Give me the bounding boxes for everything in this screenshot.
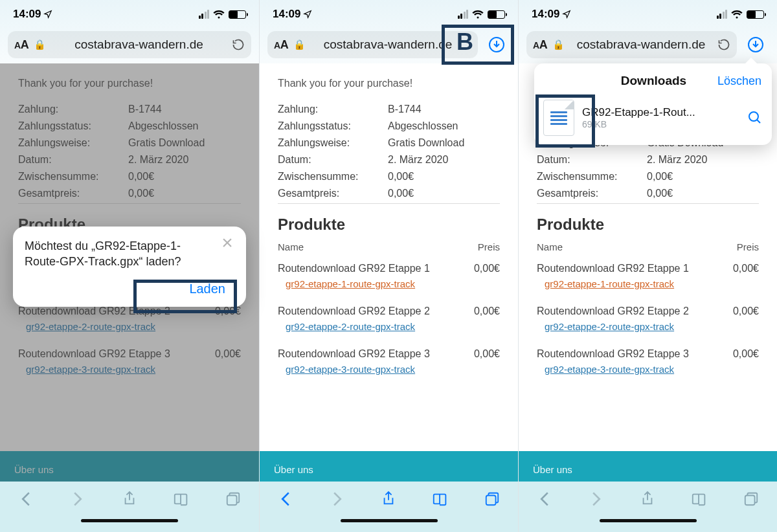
clock: 14:09 xyxy=(273,8,300,21)
svg-rect-5 xyxy=(745,495,755,505)
status-bar: 14:09 xyxy=(0,0,259,23)
order-detail-row: Gesamtpreis:0,00€ xyxy=(278,185,500,204)
location-icon xyxy=(43,10,52,19)
text-size-button[interactable]: AA xyxy=(274,38,288,52)
location-icon xyxy=(562,10,571,19)
order-detail-row: Zwischensumme:0,00€ xyxy=(278,168,500,185)
download-link[interactable]: gr92-etappe-1-route-gpx-track xyxy=(545,278,674,289)
thanks-text: Thank you for your purchase! xyxy=(278,78,500,89)
order-detail-row: Zahlung:B-1744 xyxy=(278,101,500,118)
phone-screenshot-2: 14:09 AA 🔒 costabrava-wandern.de B Thank… xyxy=(259,0,518,532)
reload-icon[interactable] xyxy=(717,38,730,51)
download-file-name: GR92-Etappe-1-Rout... xyxy=(582,106,739,119)
file-icon xyxy=(543,100,574,136)
status-bar: 14:09 xyxy=(260,0,518,23)
product-row: Routendownload GR92 Etappe 30,00€gr92-et… xyxy=(537,340,759,383)
order-detail-row: Zahlungsweise:Gratis Download xyxy=(278,135,500,151)
download-item[interactable]: GR92-Etappe-1-Rout... 69 KB xyxy=(534,96,772,142)
close-icon[interactable]: × xyxy=(218,234,237,254)
lock-icon: 🔒 xyxy=(34,39,46,50)
cell-signal-icon xyxy=(458,10,469,19)
download-link[interactable]: gr92-etappe-1-route-gpx-track xyxy=(286,278,415,289)
status-bar: 14:09 xyxy=(519,0,777,23)
svg-rect-2 xyxy=(486,495,496,505)
products-list: Routendownload GR92 Etappe 10,00€gr92-et… xyxy=(537,255,759,383)
tabs-button[interactable] xyxy=(223,489,243,509)
products-list: Routendownload GR92 Etappe 10,00€gr92-et… xyxy=(278,255,500,383)
url-domain: costabrava-wandern.de xyxy=(311,38,465,52)
downloads-button[interactable] xyxy=(483,31,510,58)
battery-icon xyxy=(488,10,505,19)
url-domain: costabrava-wandern.de xyxy=(570,38,712,52)
browser-toolbar xyxy=(519,482,777,518)
clear-downloads-button[interactable]: Löschen xyxy=(717,74,761,88)
order-detail-row: Zwischensumme:0,00€ xyxy=(537,168,759,185)
product-row: Routendownload GR92 Etappe 20,00€gr92-et… xyxy=(537,298,759,340)
battery-icon xyxy=(747,10,764,19)
download-link[interactable]: gr92-etappe-2-route-gpx-track xyxy=(545,321,674,332)
download-file-size: 69 KB xyxy=(582,119,739,129)
tabs-button[interactable] xyxy=(482,489,502,509)
forward-button[interactable] xyxy=(587,489,606,509)
clock: 14:09 xyxy=(13,8,41,21)
tabs-button[interactable] xyxy=(741,489,761,509)
wifi-icon xyxy=(731,10,743,19)
products-heading: Produkte xyxy=(278,216,500,234)
url-bar[interactable]: AA 🔒 costabrava-wandern.de xyxy=(267,31,478,58)
cell-signal-icon xyxy=(199,10,210,19)
footer-band: Über uns xyxy=(519,451,777,482)
downloads-popover: Downloads Löschen GR92-Etappe-1-Rout... … xyxy=(534,63,772,145)
products-heading: Produkte xyxy=(537,216,759,234)
page-content: Thank you for your purchase! Zahlung:B-1… xyxy=(260,63,518,451)
url-bar[interactable]: AA 🔒 costabrava-wandern.de xyxy=(8,31,251,58)
share-button[interactable] xyxy=(638,489,657,509)
lock-icon: 🔒 xyxy=(293,39,306,50)
svg-rect-0 xyxy=(227,495,237,505)
download-link[interactable]: gr92-etappe-3-route-gpx-track xyxy=(286,364,415,375)
footer-band: Über uns xyxy=(0,451,259,482)
svg-point-4 xyxy=(749,112,758,121)
download-link[interactable]: gr92-etappe-3-route-gpx-track xyxy=(545,364,674,375)
wifi-icon xyxy=(213,10,225,19)
phone-screenshot-3: 14:09 AA 🔒 costabrava-wandern.de Thank y… xyxy=(518,0,777,532)
footer-link[interactable]: Über uns xyxy=(274,464,313,475)
browser-toolbar xyxy=(260,482,518,518)
bookmarks-button[interactable] xyxy=(431,489,450,509)
home-indicator xyxy=(0,518,259,532)
footer-band: Über uns xyxy=(260,451,518,482)
home-indicator xyxy=(519,518,777,532)
bookmarks-button[interactable] xyxy=(172,489,191,509)
product-row: Routendownload GR92 Etappe 20,00€gr92-et… xyxy=(278,298,500,340)
lock-icon: 🔒 xyxy=(552,39,565,50)
order-detail-row: Zahlungsstatus:Abgeschlossen xyxy=(278,118,500,135)
annotation-b: B xyxy=(456,28,473,56)
products-columns: NamePreis xyxy=(278,241,500,255)
download-dialog: × Möchtest du „GR92-Etappe-1-Route-GPX-T… xyxy=(13,227,246,307)
clock: 14:09 xyxy=(532,8,559,21)
laden-button[interactable]: Laden xyxy=(180,278,234,300)
text-size-button[interactable]: AA xyxy=(14,38,28,52)
popover-title: Downloads xyxy=(590,74,717,88)
bookmarks-button[interactable] xyxy=(690,489,709,509)
url-bar[interactable]: AA 🔒 costabrava-wandern.de xyxy=(526,31,737,58)
cell-signal-icon xyxy=(717,10,728,19)
back-button[interactable] xyxy=(16,489,36,509)
back-button[interactable] xyxy=(276,489,295,509)
downloads-button[interactable] xyxy=(742,31,769,58)
share-button[interactable] xyxy=(379,489,398,509)
footer-link[interactable]: Über uns xyxy=(533,464,572,475)
wifi-icon xyxy=(472,10,484,19)
reveal-file-icon[interactable] xyxy=(747,110,763,126)
battery-icon xyxy=(229,10,246,19)
back-button[interactable] xyxy=(535,489,554,509)
location-icon xyxy=(303,10,312,19)
download-link[interactable]: gr92-etappe-2-route-gpx-track xyxy=(286,321,415,332)
forward-button[interactable] xyxy=(328,489,347,509)
dialog-text: Möchtest du „GR92-Etappe-1-Route-GPX-Tra… xyxy=(25,238,234,270)
url-domain: costabrava-wandern.de xyxy=(51,38,227,52)
share-button[interactable] xyxy=(120,489,139,509)
reload-icon[interactable] xyxy=(232,38,245,51)
text-size-button[interactable]: AA xyxy=(533,38,547,52)
phone-screenshot-1: 14:09 AA 🔒 costabrava-wandern.de Thank y… xyxy=(0,0,259,532)
forward-button[interactable] xyxy=(68,489,87,509)
